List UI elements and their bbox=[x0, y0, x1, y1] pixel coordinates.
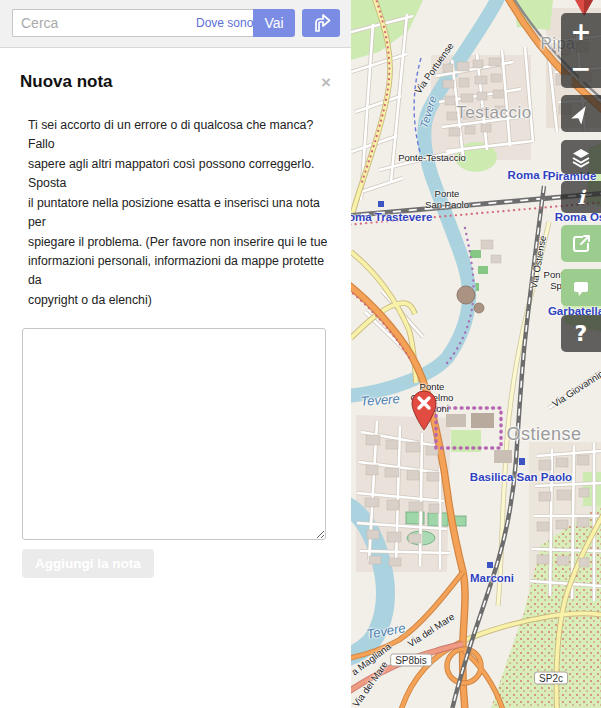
locate-button[interactable] bbox=[561, 95, 601, 132]
zoom-out-button[interactable]: − bbox=[561, 50, 601, 87]
panel-title: Nuova nota bbox=[20, 72, 113, 92]
share-icon bbox=[571, 234, 591, 254]
help-button[interactable]: ? bbox=[561, 315, 601, 352]
directions-icon bbox=[310, 12, 332, 34]
search-header: Dove sono? Vai bbox=[0, 0, 351, 48]
zoom-controls: + − bbox=[561, 13, 601, 88]
layers-icon bbox=[571, 147, 591, 168]
note-textarea[interactable] bbox=[22, 328, 326, 540]
new-note-panel: Nuova nota × Ti sei accorto di un errore… bbox=[0, 48, 351, 578]
sidebar: Dove sono? Vai Nuova nota × Ti sei accor… bbox=[0, 0, 351, 708]
where-am-i-link[interactable]: Dove sono? bbox=[192, 16, 260, 30]
zoom-in-button[interactable]: + bbox=[561, 13, 601, 50]
directions-button[interactable] bbox=[302, 9, 340, 37]
share-button[interactable] bbox=[561, 225, 601, 262]
map-canvas[interactable]: Ripa Testaccio Ostiense Roma Trastevere … bbox=[351, 0, 601, 708]
layers-button[interactable] bbox=[561, 140, 601, 174]
note-description: Ti sei accorto di un errore o di qualcos… bbox=[28, 116, 333, 310]
add-note-button[interactable] bbox=[561, 269, 601, 306]
map-key-button[interactable]: i bbox=[561, 181, 601, 213]
add-note-submit-button[interactable]: Aggiungi la nota bbox=[22, 549, 154, 578]
go-button[interactable]: Vai bbox=[253, 9, 295, 37]
locate-arrow-icon bbox=[571, 104, 591, 124]
new-note-marker[interactable] bbox=[409, 389, 439, 431]
osm-app: Dove sono? Vai Nuova nota × Ti sei accor… bbox=[0, 0, 601, 708]
close-icon[interactable]: × bbox=[321, 74, 331, 91]
note-bubble-icon bbox=[571, 278, 591, 298]
